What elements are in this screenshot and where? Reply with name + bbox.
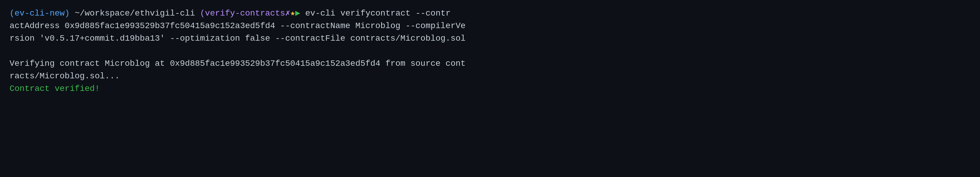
arrow-icon: ▶: [295, 9, 300, 18]
output-line-2: racts/Microblog.sol...: [10, 70, 970, 82]
success-text: Contract verified!: [10, 84, 100, 93]
command-text-2: actAddress 0x9d885fac1e993529b37fc50415a…: [10, 21, 466, 31]
output-text-2: racts/Microblog.sol...: [10, 71, 120, 81]
path-label: ~/workspace/ethvigil-cli: [70, 9, 200, 18]
branch-name: verify-contracts: [205, 9, 285, 18]
terminal-window: (ev-cli-new) ~/workspace/ethvigil-cli (v…: [10, 7, 970, 95]
output-text-1: Verifying contract Microblog at 0x9d885f…: [10, 59, 466, 68]
success-line: Contract verified!: [10, 82, 970, 95]
output-line-1: Verifying contract Microblog at 0x9d885f…: [10, 57, 970, 70]
command-line-3: rsion 'v0.5.17+commit.d19bba13' --optimi…: [10, 32, 970, 45]
command-line-2: actAddress 0x9d885fac1e993529b37fc50415a…: [10, 20, 970, 32]
star-icon: ★: [290, 9, 295, 18]
env-label: (ev-cli-new): [10, 9, 70, 18]
command-text-3: rsion 'v0.5.17+commit.d19bba13' --optimi…: [10, 34, 466, 43]
x-mark-icon: ✗: [285, 9, 290, 18]
command-line-1: (ev-cli-new) ~/workspace/ethvigil-cli (v…: [10, 7, 970, 20]
command-text-1: ev-cli verifycontract --contr: [300, 9, 451, 18]
empty-line: [10, 45, 970, 57]
branch-open: (: [200, 9, 205, 18]
